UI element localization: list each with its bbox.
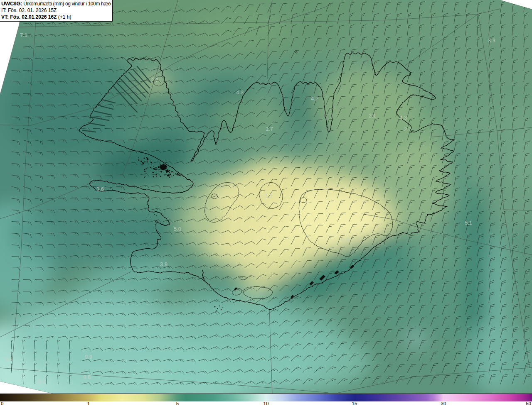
svg-text:3.9: 3.9	[160, 261, 167, 267]
svg-text:0.9: 0.9	[342, 237, 349, 243]
svg-text:2.7: 2.7	[151, 77, 158, 83]
svg-text:1.3: 1.3	[265, 193, 272, 199]
svg-text:1.7: 1.7	[266, 126, 273, 132]
svg-text:3.3: 3.3	[488, 37, 495, 44]
svg-text:4.3: 4.3	[236, 89, 244, 95]
svg-text:1: 1	[87, 401, 90, 406]
svg-text:0: 0	[1, 401, 3, 406]
svg-text:50: 50	[526, 401, 531, 406]
svg-text:2.0: 2.0	[404, 126, 411, 132]
svg-text:10: 10	[264, 401, 269, 406]
svg-text:30: 30	[441, 401, 446, 406]
svg-text:5.1: 5.1	[465, 220, 472, 226]
svg-text:2.1: 2.1	[369, 113, 376, 119]
svg-text:5.0: 5.0	[174, 226, 181, 232]
svg-text:4.3: 4.3	[399, 115, 407, 121]
svg-text:5: 5	[176, 401, 179, 406]
svg-text:9.9: 9.9	[38, 379, 45, 385]
svg-text:4.7: 4.7	[311, 95, 318, 102]
svg-text:9.9: 9.9	[85, 354, 92, 360]
svg-text:15: 15	[352, 401, 357, 406]
svg-text:7.1: 7.1	[20, 32, 27, 38]
svg-text:9.8: 9.8	[5, 356, 12, 362]
svg-text:8.6: 8.6	[83, 374, 91, 380]
svg-text:3.6: 3.6	[96, 186, 104, 192]
